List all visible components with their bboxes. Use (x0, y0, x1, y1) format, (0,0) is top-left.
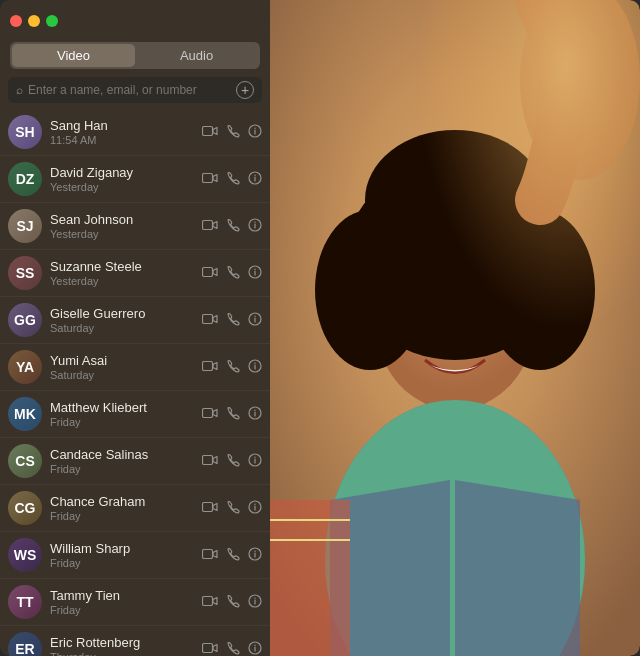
contact-item-candace-salinas[interactable]: CS Candace Salinas Friday (0, 438, 270, 485)
svg-rect-24 (203, 408, 213, 417)
close-button[interactable] (10, 15, 22, 27)
contact-name: Sang Han (50, 118, 202, 133)
video-call-icon[interactable] (202, 453, 218, 470)
contact-time: Friday (50, 510, 202, 522)
contact-time: Yesterday (50, 275, 202, 287)
info-icon[interactable] (248, 265, 262, 282)
contact-name: Sean Johnson (50, 212, 202, 227)
contact-item-sang-han[interactable]: SH Sang Han 11:54 AM (0, 109, 270, 156)
phone-call-icon[interactable] (226, 453, 240, 470)
contact-time: Saturday (50, 322, 202, 334)
contact-actions (202, 359, 262, 376)
contact-item-matthew-kliebert[interactable]: MK Matthew Kliebert Friday (0, 391, 270, 438)
video-call-icon[interactable] (202, 500, 218, 517)
contact-item-suzanne-steele[interactable]: SS Suzanne Steele Yesterday (0, 250, 270, 297)
info-icon[interactable] (248, 594, 262, 611)
avatar: SH (8, 115, 42, 149)
phone-call-icon[interactable] (226, 594, 240, 611)
svg-rect-20 (203, 361, 213, 370)
contact-time: Friday (50, 463, 202, 475)
contact-name: Candace Salinas (50, 447, 202, 462)
contact-time: Yesterday (50, 181, 202, 193)
contact-item-tammy-tien[interactable]: TT Tammy Tien Friday (0, 579, 270, 626)
info-icon[interactable] (248, 500, 262, 517)
video-call-icon[interactable] (202, 641, 218, 657)
info-icon[interactable] (248, 641, 262, 657)
contact-actions (202, 312, 262, 329)
video-call-icon[interactable] (202, 312, 218, 329)
phone-call-icon[interactable] (226, 171, 240, 188)
contact-actions (202, 641, 262, 657)
info-icon[interactable] (248, 218, 262, 235)
contact-info: Yumi Asai Saturday (50, 353, 202, 381)
phone-call-icon[interactable] (226, 218, 240, 235)
avatar: TT (8, 585, 42, 619)
search-bar: ⌕ + (8, 77, 262, 103)
info-icon[interactable] (248, 547, 262, 564)
info-icon[interactable] (248, 171, 262, 188)
svg-rect-64 (270, 0, 640, 656)
info-icon[interactable] (248, 312, 262, 329)
video-call-icon[interactable] (202, 171, 218, 188)
phone-call-icon[interactable] (226, 641, 240, 657)
contact-actions (202, 453, 262, 470)
contact-item-eric-rottenberg[interactable]: ER Eric Rottenberg Thursday (0, 626, 270, 656)
avatar: ER (8, 632, 42, 656)
app-window: Video Audio ⌕ + SH Sang Han 11:54 AM (0, 0, 640, 656)
phone-call-icon[interactable] (226, 547, 240, 564)
search-icon: ⌕ (16, 83, 23, 97)
sidebar: Video Audio ⌕ + SH Sang Han 11:54 AM (0, 0, 270, 656)
svg-rect-4 (203, 173, 213, 182)
avatar-initials: SJ (16, 218, 33, 234)
avatar-initials: SS (16, 265, 35, 281)
video-call-icon[interactable] (202, 124, 218, 141)
phone-call-icon[interactable] (226, 124, 240, 141)
contact-info: Chance Graham Friday (50, 494, 202, 522)
phone-call-icon[interactable] (226, 312, 240, 329)
phone-call-icon[interactable] (226, 406, 240, 423)
contact-info: William Sharp Friday (50, 541, 202, 569)
contact-item-yumi-asai[interactable]: YA Yumi Asai Saturday (0, 344, 270, 391)
svg-rect-36 (203, 549, 213, 558)
maximize-button[interactable] (46, 15, 58, 27)
contact-item-sean-johnson[interactable]: SJ Sean Johnson Yesterday (0, 203, 270, 250)
contact-item-william-sharp[interactable]: WS William Sharp Friday (0, 532, 270, 579)
contact-name: Yumi Asai (50, 353, 202, 368)
svg-point-27 (254, 409, 255, 410)
contact-item-giselle-guerrero[interactable]: GG Giselle Guerrero Saturday (0, 297, 270, 344)
contact-info: David Ziganay Yesterday (50, 165, 202, 193)
contact-name: Giselle Guerrero (50, 306, 202, 321)
avatar-initials: GG (14, 312, 36, 328)
tab-video[interactable]: Video (12, 44, 135, 67)
video-call-icon[interactable] (202, 359, 218, 376)
svg-point-7 (254, 174, 255, 175)
info-icon[interactable] (248, 359, 262, 376)
avatar-initials: SH (15, 124, 34, 140)
video-call-icon[interactable] (202, 406, 218, 423)
info-icon[interactable] (248, 453, 262, 470)
video-call-icon[interactable] (202, 594, 218, 611)
svg-point-11 (254, 221, 255, 222)
minimize-button[interactable] (28, 15, 40, 27)
contact-name: Suzanne Steele (50, 259, 202, 274)
info-icon[interactable] (248, 406, 262, 423)
avatar: DZ (8, 162, 42, 196)
svg-point-31 (254, 456, 255, 457)
contact-time: Friday (50, 604, 202, 616)
phone-call-icon[interactable] (226, 359, 240, 376)
contact-item-chance-graham[interactable]: CG Chance Graham Friday (0, 485, 270, 532)
video-call-icon[interactable] (202, 218, 218, 235)
contact-item-david-ziganay[interactable]: DZ David Ziganay Yesterday (0, 156, 270, 203)
phone-call-icon[interactable] (226, 500, 240, 517)
video-call-icon[interactable] (202, 265, 218, 282)
add-contact-button[interactable]: + (236, 81, 254, 99)
avatar-initials: MK (14, 406, 36, 422)
phone-call-icon[interactable] (226, 265, 240, 282)
svg-point-35 (254, 503, 255, 504)
contact-time: Saturday (50, 369, 202, 381)
tab-audio[interactable]: Audio (135, 44, 258, 67)
info-icon[interactable] (248, 124, 262, 141)
contact-info: Sean Johnson Yesterday (50, 212, 202, 240)
video-call-icon[interactable] (202, 547, 218, 564)
search-input[interactable] (28, 83, 231, 97)
